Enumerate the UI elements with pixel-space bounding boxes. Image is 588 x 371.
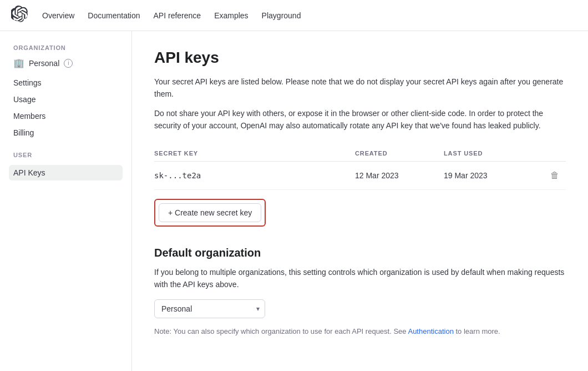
sidebar-members[interactable]: Members [9,108,123,124]
col-actions [544,150,566,157]
default-org-title: Default organization [154,247,566,259]
user-section-title: USER [9,152,123,158]
org-section-title: ORGANIZATION [9,44,123,51]
table-header: SECRET KEY CREATED LAST USED [154,146,566,162]
nav-documentation[interactable]: Documentation [88,9,140,22]
nav-playground[interactable]: Playground [262,9,301,22]
org-name: Personal [29,59,59,68]
description-2: Do not share your API key with others, o… [154,107,566,132]
created-date: 12 Mar 2023 [355,171,444,180]
main-content: API keys Your secret API keys are listed… [132,31,588,371]
delete-key-button[interactable]: 🗑 [544,168,566,183]
nav-overview[interactable]: Overview [42,9,74,22]
sidebar-api-keys[interactable]: API Keys [9,165,123,181]
nav-api-reference[interactable]: API reference [154,9,201,22]
table-row: sk-...te2a 12 Mar 2023 19 Mar 2023 🗑 [154,162,566,190]
default-org-description: If you belong to multiple organizations,… [154,266,566,291]
col-last-used: LAST USED [444,150,544,157]
create-key-wrapper: + Create new secret key [154,199,266,227]
org-select-wrapper: Personal ▾ [154,299,265,318]
create-new-secret-key-button[interactable]: + Create new secret key [159,203,261,222]
top-navigation: Overview Documentation API reference Exa… [0,0,588,31]
col-secret-key: SECRET KEY [154,150,355,157]
col-created: CREATED [355,150,444,157]
description-1: Your secret API keys are listed below. P… [154,76,566,101]
org-row: 🏢 Personal i [9,58,123,68]
sidebar-billing[interactable]: Billing [9,125,123,141]
api-key-value: sk-...te2a [154,171,355,180]
info-icon[interactable]: i [64,59,73,68]
sidebar-usage[interactable]: Usage [9,92,123,107]
sidebar: ORGANIZATION 🏢 Personal i Settings Usage… [0,31,132,371]
authentication-link[interactable]: Authentication [408,327,453,335]
note-text: Note: You can also specify which organiz… [154,326,566,337]
building-icon: 🏢 [13,58,24,68]
last-used-date: 19 Mar 2023 [444,171,544,180]
nav-examples[interactable]: Examples [214,9,248,22]
api-keys-table: SECRET KEY CREATED LAST USED sk-...te2a … [154,146,566,190]
page-title: API keys [154,49,566,67]
sidebar-settings[interactable]: Settings [9,75,123,91]
default-org-section: Default organization If you belong to mu… [154,247,566,337]
logo [11,6,29,25]
org-select[interactable]: Personal [154,299,265,318]
